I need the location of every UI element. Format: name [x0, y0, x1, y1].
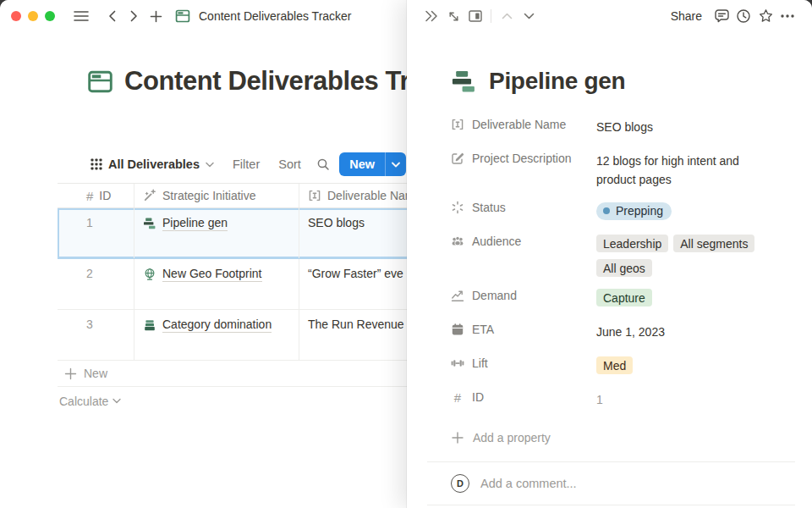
- cell-deliverable-name[interactable]: The Run Revenue S: [299, 310, 407, 360]
- property-label-button[interactable]: # ID: [451, 390, 596, 404]
- page-options-button[interactable]: [776, 5, 798, 27]
- people-group-icon: [451, 235, 464, 248]
- avatar: D: [451, 474, 469, 493]
- cell-deliverable-name[interactable]: SEO blogs: [299, 208, 407, 258]
- add-property-button[interactable]: Add a property: [451, 417, 812, 450]
- property-value[interactable]: Prepping: [596, 201, 776, 220]
- pipeline-bars-icon: [143, 217, 156, 230]
- property-value[interactable]: Leadership All segments All geos: [596, 235, 776, 277]
- tag-pill[interactable]: All geos: [596, 259, 652, 277]
- expand-diagonal-icon: [447, 10, 460, 23]
- plus-icon: [150, 10, 162, 23]
- property-row-id: # ID 1: [451, 383, 812, 417]
- title-property-icon: [308, 189, 321, 202]
- property-value[interactable]: 1: [596, 390, 776, 409]
- cell-id[interactable]: 3: [58, 310, 134, 331]
- new-tab-button[interactable]: [145, 5, 167, 27]
- page-title[interactable]: Content Deliverables Tracker: [124, 66, 407, 97]
- property-value[interactable]: 12 blogs for high intent and product pag…: [596, 152, 776, 189]
- side-peek-icon: [469, 10, 482, 22]
- new-record-button[interactable]: New: [339, 152, 385, 176]
- add-row-button[interactable]: New: [58, 361, 407, 387]
- relation-page-link[interactable]: Category domination: [143, 318, 272, 333]
- property-value[interactable]: Med: [596, 356, 776, 374]
- previous-record-button[interactable]: [496, 5, 518, 27]
- page-icon-large[interactable]: [87, 69, 113, 95]
- property-list: Deliverable Name SEO blogs Project Descr…: [451, 110, 812, 450]
- cell-strategic-initiative[interactable]: Pipeline gen: [134, 208, 299, 258]
- cell-strategic-initiative[interactable]: New Geo Footprint: [134, 259, 299, 309]
- property-label-button[interactable]: Lift: [451, 356, 596, 370]
- stack-icon: [143, 318, 156, 332]
- app-window: Content Deliverables Tracker Content Del…: [0, 0, 812, 508]
- share-button[interactable]: Share: [671, 9, 702, 23]
- page-link-label: Category domination: [162, 318, 272, 333]
- relation-page-link[interactable]: Pipeline gen: [143, 216, 228, 231]
- chevron-down-icon: [524, 13, 535, 19]
- property-value[interactable]: SEO blogs: [596, 118, 776, 136]
- chevron-down-icon: [112, 398, 121, 404]
- pipeline-bars-icon[interactable]: [451, 69, 477, 95]
- relation-page-link[interactable]: New Geo Footprint: [143, 267, 262, 282]
- cell-strategic-initiative[interactable]: Category domination: [134, 310, 299, 360]
- view-tab-all-deliverables[interactable]: All Deliverables: [91, 157, 214, 171]
- property-label-button[interactable]: Audience: [451, 235, 596, 248]
- zoom-window-button[interactable]: [45, 11, 55, 21]
- table-row[interactable]: 3 Category domination The Run Revenue S: [58, 310, 407, 361]
- sort-button[interactable]: Sort: [278, 157, 301, 171]
- comment-input[interactable]: Add a comment...: [480, 477, 577, 490]
- close-window-button[interactable]: [11, 11, 21, 21]
- record-header: Pipeline gen: [451, 64, 812, 98]
- table-view-icon: [91, 158, 102, 170]
- topbar-divider: [491, 9, 491, 23]
- cell-id[interactable]: 1: [58, 208, 134, 229]
- minimize-window-button[interactable]: [28, 11, 38, 21]
- filter-button[interactable]: Filter: [233, 157, 260, 171]
- record-title[interactable]: Pipeline gen: [489, 68, 625, 95]
- page-link-label: Pipeline gen: [162, 216, 228, 231]
- column-header-id[interactable]: # ID: [58, 184, 134, 207]
- property-label-button[interactable]: Deliverable Name: [451, 118, 596, 131]
- sidebar-toggle-button[interactable]: [70, 5, 92, 27]
- comment-input-row[interactable]: D Add a comment...: [407, 462, 812, 505]
- cell-id[interactable]: 2: [58, 259, 134, 280]
- property-row-deliverable-name: Deliverable Name SEO blogs: [451, 110, 812, 144]
- tag-pill[interactable]: Capture: [596, 289, 652, 306]
- cell-deliverable-name[interactable]: “Grow Faster” eve: [299, 259, 407, 309]
- next-record-button[interactable]: [518, 5, 540, 27]
- search-button[interactable]: [316, 157, 330, 171]
- status-pill[interactable]: Prepping: [596, 202, 672, 220]
- dumbbell-icon: [451, 356, 464, 370]
- favorite-button[interactable]: [754, 5, 776, 27]
- property-value[interactable]: June 1, 2023: [596, 323, 776, 341]
- tag-pill[interactable]: Leadership: [596, 235, 668, 252]
- property-row-status: Status Prepping: [451, 193, 812, 227]
- title-property-icon: [451, 118, 464, 131]
- comment-bubble-icon: [714, 8, 730, 24]
- star-icon: [758, 8, 774, 24]
- nav-forward-button[interactable]: [123, 5, 145, 27]
- new-record-dropdown-button[interactable]: [385, 152, 406, 176]
- property-label: Lift: [472, 356, 488, 370]
- table-row[interactable]: 1 Pipeline gen SEO blogs: [58, 208, 407, 259]
- page-history-button[interactable]: [732, 5, 754, 27]
- tag-pill[interactable]: All segments: [673, 235, 754, 252]
- open-full-page-button[interactable]: [442, 5, 464, 27]
- nav-back-button[interactable]: [101, 5, 123, 27]
- property-label-button[interactable]: Status: [451, 201, 596, 214]
- close-peek-button[interactable]: [420, 5, 442, 27]
- column-header-deliverable-name[interactable]: Deliverable Name: [299, 184, 407, 207]
- property-label-button[interactable]: ETA: [451, 323, 596, 336]
- tag-pill[interactable]: Med: [596, 356, 633, 374]
- property-label-button[interactable]: Demand: [451, 289, 596, 302]
- table-row[interactable]: 2 New Geo Footprint “Grow Faster” eve: [58, 259, 407, 310]
- comments-button[interactable]: [710, 5, 732, 27]
- property-label: Project Description: [472, 152, 572, 165]
- side-peek-toggle-button[interactable]: [464, 5, 486, 27]
- property-label-button[interactable]: Project Description: [451, 152, 596, 165]
- property-label: Audience: [472, 235, 521, 248]
- column-header-strategic-initiative[interactable]: Strategic Initiative: [134, 184, 299, 207]
- calculate-button[interactable]: Calculate: [58, 387, 407, 415]
- property-value[interactable]: Capture: [596, 289, 776, 306]
- status-burst-icon: [451, 201, 464, 214]
